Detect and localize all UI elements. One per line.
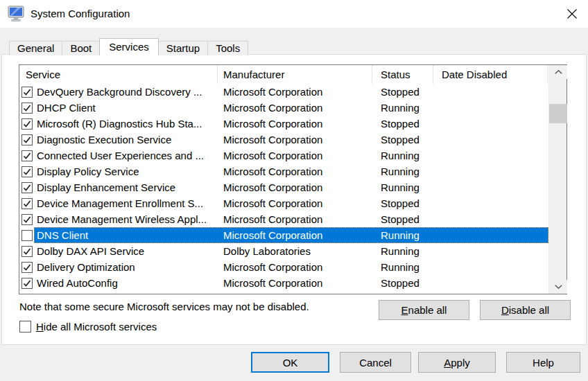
status-cell: Running	[372, 166, 433, 177]
close-button[interactable]	[564, 6, 580, 21]
service-checkbox[interactable]	[21, 262, 33, 273]
service-checkbox[interactable]	[21, 150, 33, 161]
manufacturer-cell: Microsoft Corporation	[218, 134, 372, 145]
row-content: Display Policy ServiceMicrosoft Corporat…	[34, 163, 548, 179]
service-checkbox[interactable]	[21, 198, 33, 209]
service-checkbox[interactable]	[21, 103, 33, 114]
status-cell: Stopped	[372, 197, 433, 209]
service-checkbox[interactable]	[21, 87, 33, 98]
tab-general[interactable]: General	[9, 41, 62, 55]
row-content: Display Enhancement ServiceMicrosoft Cor…	[34, 179, 548, 195]
status-cell: Stopped	[372, 118, 433, 130]
checkbox-cell	[19, 262, 34, 273]
column-header-manufacturer[interactable]: Manufacturer	[218, 65, 372, 84]
manufacturer-cell: Microsoft Corporation	[218, 197, 372, 209]
checkmark-icon	[22, 119, 32, 129]
services-list: ServiceManufacturerStatusDate Disabled D…	[19, 64, 567, 294]
status-cell: Stopped	[372, 134, 433, 145]
service-name-cell: Device Management Wireless Appl...	[34, 213, 218, 225]
manufacturer-cell: Microsoft Corporation	[218, 213, 372, 225]
tab-boot[interactable]: Boot	[62, 41, 100, 55]
status-cell: Running	[372, 229, 433, 241]
services-tab-page: ServiceManufacturerStatusDate Disabled D…	[1, 54, 587, 345]
service-checkbox[interactable]	[21, 182, 33, 193]
table-row[interactable]: Wired AutoConfigMicrosoft CorporationSto…	[19, 275, 548, 291]
table-row[interactable]: Delivery OptimizationMicrosoft Corporati…	[19, 259, 548, 275]
dialog-footer: OK Cancel Apply Help	[0, 345, 588, 381]
status-cell: Running	[372, 181, 433, 193]
hide-all-row: Hide all Microsoft services	[19, 321, 157, 333]
vertical-scrollbar[interactable]	[548, 65, 567, 294]
service-name-cell: DNS Client	[34, 229, 218, 241]
table-row[interactable]: Device Management Wireless Appl...Micros…	[19, 211, 548, 227]
apply-button[interactable]: Apply	[418, 352, 496, 373]
service-checkbox[interactable]	[21, 278, 33, 289]
checkbox-cell	[19, 246, 34, 257]
table-row[interactable]: Device Management Enrollment S...Microso…	[19, 195, 548, 211]
service-name-cell: Microsoft (R) Diagnostics Hub Sta...	[34, 118, 218, 130]
checkmark-icon	[22, 87, 32, 97]
checkmark-icon	[22, 103, 32, 113]
manufacturer-cell: Microsoft Corporation	[218, 86, 372, 98]
column-header-status[interactable]: Status	[372, 65, 433, 84]
titlebar: System Configuration	[0, 0, 588, 28]
service-checkbox[interactable]	[21, 246, 33, 257]
service-name-cell: Diagnostic Execution Service	[34, 134, 218, 145]
status-cell: Stopped	[372, 213, 433, 225]
service-name-cell: Connected User Experiences and ...	[34, 150, 218, 161]
row-content: Connected User Experiences and ...Micros…	[34, 148, 548, 163]
scroll-down-button[interactable]	[549, 280, 567, 294]
hide-all-checkbox[interactable]	[19, 321, 31, 333]
column-header-date-disabled[interactable]: Date Disabled	[433, 65, 548, 84]
tab-startup[interactable]: Startup	[158, 41, 208, 55]
service-name-cell: Device Management Enrollment S...	[34, 197, 218, 209]
service-name-cell: Wired AutoConfig	[34, 277, 218, 289]
manufacturer-cell: Microsoft Corporation	[218, 118, 372, 130]
table-row[interactable]: Display Policy ServiceMicrosoft Corporat…	[19, 163, 548, 179]
selected-row-highlight: DNS ClientMicrosoft CorporationRunning	[34, 227, 548, 243]
disable-all-button[interactable]: Disable all	[480, 300, 571, 320]
service-checkbox[interactable]	[21, 214, 33, 225]
checkbox-cell	[19, 214, 34, 225]
table-row[interactable]: Connected User Experiences and ...Micros…	[19, 148, 548, 163]
enable-all-button[interactable]: Enable all	[379, 300, 469, 320]
manufacturer-cell: Microsoft Corporation	[218, 166, 372, 177]
checkbox-cell	[19, 182, 34, 193]
scroll-up-button[interactable]	[549, 65, 567, 79]
table-row[interactable]: Diagnostic Execution ServiceMicrosoft Co…	[19, 132, 548, 148]
service-name-cell: Delivery Optimization	[34, 261, 218, 273]
manufacturer-cell: Microsoft Corporation	[218, 181, 372, 193]
table-row[interactable]: Microsoft (R) Diagnostics Hub Sta...Micr…	[19, 116, 548, 132]
checkbox-cell	[19, 87, 34, 98]
note-text: Note that some secure Microsoft services…	[19, 301, 309, 312]
table-row[interactable]: DNS ClientMicrosoft CorporationRunning	[19, 227, 548, 243]
manufacturer-cell: Microsoft Corporation	[218, 277, 372, 289]
table-row[interactable]: Dolby DAX API ServiceDolby LaboratoriesR…	[19, 243, 548, 259]
tab-tools[interactable]: Tools	[207, 41, 248, 55]
tab-services[interactable]: Services	[99, 38, 159, 55]
status-cell: Stopped	[372, 277, 433, 289]
service-checkbox[interactable]	[21, 118, 33, 130]
row-content: Device Management Wireless Appl...Micros…	[34, 211, 548, 227]
ok-button[interactable]: OK	[251, 352, 329, 373]
help-button[interactable]: Help	[506, 352, 580, 373]
checkmark-icon	[22, 247, 32, 256]
manufacturer-cell: Microsoft Corporation	[218, 229, 372, 241]
service-name-cell: DHCP Client	[34, 102, 218, 114]
status-cell: Running	[372, 102, 433, 114]
table-row[interactable]: DHCP ClientMicrosoft CorporationRunning	[19, 100, 548, 116]
row-content: Diagnostic Execution ServiceMicrosoft Co…	[34, 132, 548, 148]
cancel-button[interactable]: Cancel	[340, 352, 411, 373]
service-checkbox[interactable]	[21, 166, 33, 177]
service-checkbox[interactable]	[21, 230, 33, 241]
service-checkbox[interactable]	[21, 134, 33, 145]
checkmark-icon	[22, 199, 32, 209]
hide-all-label: Hide all Microsoft services	[36, 321, 157, 333]
column-header-service[interactable]: Service	[19, 65, 218, 84]
row-content: Microsoft (R) Diagnostics Hub Sta...Micr…	[34, 116, 548, 132]
checkbox-cell	[19, 150, 34, 161]
table-row[interactable]: Display Enhancement ServiceMicrosoft Cor…	[19, 179, 548, 195]
table-row[interactable]: DevQuery Background Discovery ...Microso…	[19, 84, 548, 100]
scrollbar-thumb[interactable]	[549, 104, 567, 123]
checkmark-icon	[22, 183, 32, 193]
